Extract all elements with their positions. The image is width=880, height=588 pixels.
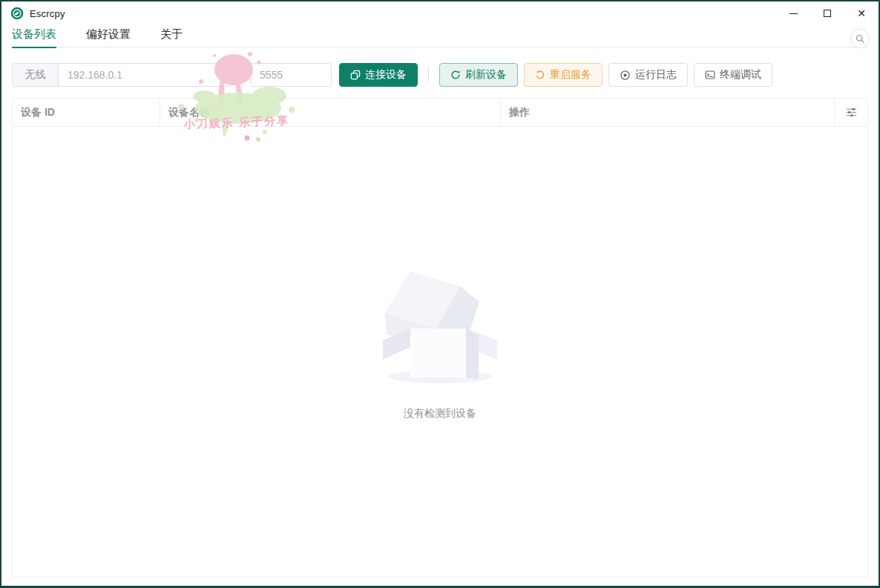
toolbar-divider [428, 67, 429, 82]
tab-preferences[interactable]: 偏好设置 [86, 25, 131, 47]
tab-label: 关于 [160, 27, 183, 42]
close-icon: ✕ [857, 8, 866, 19]
ip-address-input[interactable] [59, 64, 232, 86]
device-table-header: 设备 ID 设备名称 操作 [13, 99, 867, 127]
column-actions: 操作 [501, 99, 835, 126]
connection-mode-select[interactable]: 无线 [13, 64, 59, 86]
connect-device-button[interactable]: 连接设备 [339, 63, 418, 87]
sliders-icon [845, 106, 858, 119]
connect-device-label: 连接设备 [365, 68, 407, 82]
device-table-body: 没有检测到设备 [13, 127, 867, 577]
tab-about[interactable]: 关于 [160, 25, 183, 47]
run-logs-button[interactable]: 运行日志 [608, 63, 688, 87]
port-input[interactable] [250, 63, 332, 87]
connection-toolbar: 无线 : 连接设备 刷新设备 重启服务 [12, 63, 868, 87]
column-label: 操作 [509, 106, 530, 119]
refresh-devices-label: 刷新设备 [465, 68, 507, 82]
restart-service-button[interactable]: 重启服务 [524, 63, 602, 87]
column-device-id: 设备 ID [13, 99, 160, 126]
titlebar: Escrcpy ✕ [1, 1, 879, 25]
column-label: 设备名称 [168, 106, 210, 119]
empty-message: 没有检测到设备 [404, 407, 476, 420]
window-title: Escrcpy [30, 8, 65, 19]
maximize-icon [824, 10, 831, 17]
connect-link-icon [350, 70, 361, 80]
empty-state: 没有检测到设备 [377, 268, 503, 420]
column-settings-button[interactable] [835, 99, 867, 126]
empty-box-illustration [377, 268, 503, 386]
maximize-button[interactable] [810, 1, 844, 25]
column-label: 设备 ID [21, 106, 55, 119]
device-table: 设备 ID 设备名称 操作 [12, 98, 868, 578]
app-window: Escrcpy ✕ 设备列表 偏好设置 关于 无线 : [0, 0, 880, 588]
restart-service-label: 重启服务 [550, 68, 591, 82]
terminal-debug-label: 终端调试 [720, 68, 761, 82]
eye-icon [620, 70, 631, 81]
app-logo-icon [10, 7, 24, 20]
close-button[interactable]: ✕ [844, 1, 879, 25]
tab-device-list[interactable]: 设备列表 [12, 25, 56, 47]
search-button[interactable] [850, 29, 870, 48]
terminal-debug-button[interactable]: 终端调试 [694, 63, 772, 87]
column-device-name: 设备名称 [160, 99, 501, 126]
tab-label: 设备列表 [12, 27, 56, 42]
tab-bar: 设备列表 偏好设置 关于 [12, 25, 868, 47]
run-logs-label: 运行日志 [635, 68, 677, 82]
minimize-button[interactable] [776, 1, 810, 25]
address-input-group: 无线 [12, 63, 233, 87]
window-controls: ✕ [776, 1, 879, 25]
tab-label: 偏好设置 [86, 27, 131, 42]
minimize-icon [789, 13, 798, 14]
refresh-devices-button[interactable]: 刷新设备 [439, 63, 518, 87]
restart-icon [535, 70, 545, 80]
refresh-icon [450, 70, 461, 80]
search-icon [856, 34, 865, 44]
terminal-icon [705, 70, 715, 80]
ip-port-separator: : [233, 70, 250, 81]
